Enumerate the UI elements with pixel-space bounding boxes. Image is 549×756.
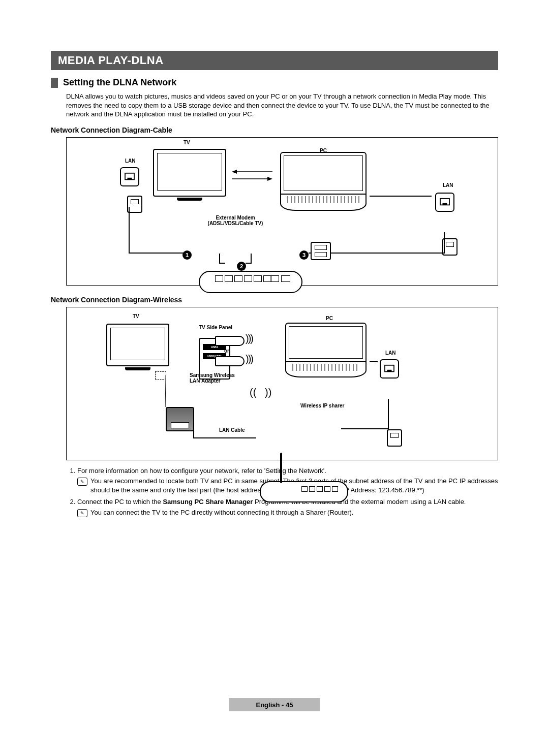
laptop-icon	[280, 152, 367, 211]
modem-icon	[199, 271, 302, 293]
label-or: or	[224, 348, 229, 354]
cable-line	[341, 428, 389, 429]
note-icon: ✎	[77, 509, 87, 517]
label-lan-tv: LAN	[125, 158, 136, 164]
intro-paragraph: DLNA allows you to watch pictures, music…	[66, 92, 498, 119]
arrow-right-icon	[232, 176, 272, 177]
cable-line	[129, 207, 130, 253]
wifi-waves-icon: )))	[246, 333, 253, 344]
cable-line	[129, 253, 185, 254]
callout-2: 2	[237, 262, 246, 271]
wireless-diagram: TV PC LAN TV Side Panel USB1 USB1(HDD) )…	[66, 307, 498, 460]
usb-adapter-icon	[215, 356, 245, 366]
heading-marker	[51, 78, 58, 88]
label-lan-pc: LAN	[385, 350, 396, 356]
svg-rect-7	[443, 203, 447, 205]
cable-line	[251, 254, 252, 263]
lan-port-icon	[120, 167, 139, 186]
cable-line	[444, 232, 445, 254]
callout-3: 3	[299, 250, 309, 260]
tv-device-icon	[153, 149, 226, 201]
section-banner: MEDIA PLAY-DLNA	[51, 51, 498, 70]
label-modem: External Modem (ADSL/VDSL/Cable TV)	[195, 215, 276, 226]
arrow-left-icon	[232, 169, 272, 170]
label-tv: TV	[133, 313, 139, 319]
section-heading: Setting the DLNA Network	[51, 77, 498, 88]
label-lan-pc: LAN	[443, 182, 453, 188]
cable-line	[370, 196, 432, 197]
cable-diagram: TV PC LAN LAN	[66, 137, 498, 286]
label-adapter: Samsung Wireless LAN Adapter	[190, 372, 235, 384]
label-router: Wireless IP sharer	[300, 403, 344, 408]
svg-marker-5	[267, 177, 272, 181]
svg-marker-3	[232, 170, 237, 174]
usb-adapter-icon	[215, 336, 245, 346]
diagram2-heading: Network Connection Diagram-Wireless	[51, 296, 498, 304]
cable-line	[246, 263, 252, 264]
tv-device-icon	[106, 324, 169, 370]
label-pc: PC	[326, 316, 333, 321]
laptop-icon	[285, 323, 367, 377]
manual-page: MEDIA PLAY-DLNA Setting the DLNA Network…	[0, 0, 549, 732]
callout-1: 1	[182, 250, 192, 260]
router-icon	[260, 481, 348, 502]
cable-line	[219, 254, 220, 263]
label-tv: TV	[184, 140, 190, 145]
lan-port-icon	[435, 193, 454, 212]
cable-line	[388, 399, 389, 429]
port-panel-icon	[311, 242, 331, 260]
heading-text: Setting the DLNA Network	[63, 77, 176, 88]
label-tv-side-panel: TV Side Panel	[199, 325, 232, 330]
page-footer: English - 45	[0, 698, 549, 711]
wifi-waves-icon: )))	[246, 353, 253, 365]
svg-rect-9	[387, 369, 392, 371]
svg-rect-1	[128, 177, 132, 179]
cable-line	[370, 361, 378, 362]
lan-cable-panel-icon	[166, 407, 194, 431]
lan-port-icon	[380, 359, 399, 379]
cable-line	[219, 263, 225, 264]
dotted-ref-icon	[155, 371, 166, 380]
wifi-waves-icon: (( ))	[250, 387, 271, 398]
note-icon: ✎	[77, 478, 87, 486]
lan-plug-icon	[387, 429, 402, 447]
dotted-leader	[165, 375, 166, 407]
note-sub-2: ✎ You can connect the TV to the PC direc…	[77, 508, 498, 517]
label-lan-cable: LAN Cable	[219, 427, 245, 433]
footer-bar: English - 45	[229, 698, 320, 711]
cable-line	[193, 437, 256, 438]
diagram1-heading: Network Connection Diagram-Cable	[51, 126, 498, 134]
